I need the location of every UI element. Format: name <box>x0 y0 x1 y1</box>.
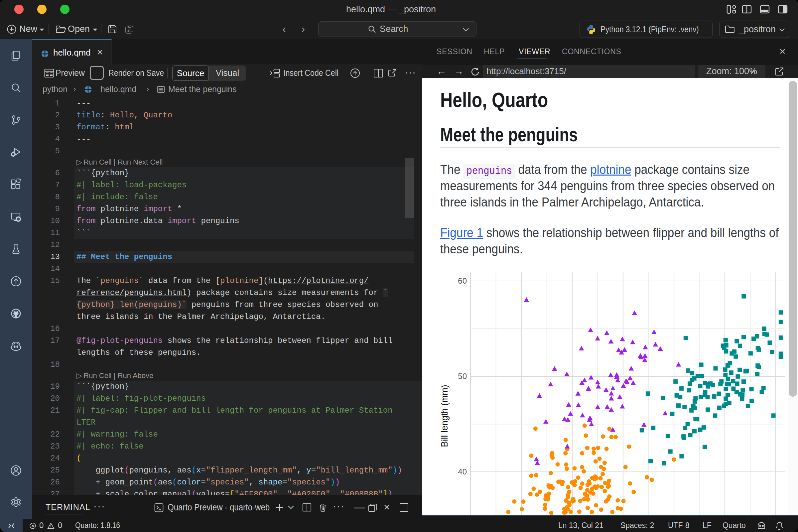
svg-text:50: 50 <box>458 372 467 381</box>
svg-text:40: 40 <box>458 467 467 476</box>
svg-text:60: 60 <box>458 276 467 285</box>
svg-text:Bill length (mm): Bill length (mm) <box>440 385 450 447</box>
